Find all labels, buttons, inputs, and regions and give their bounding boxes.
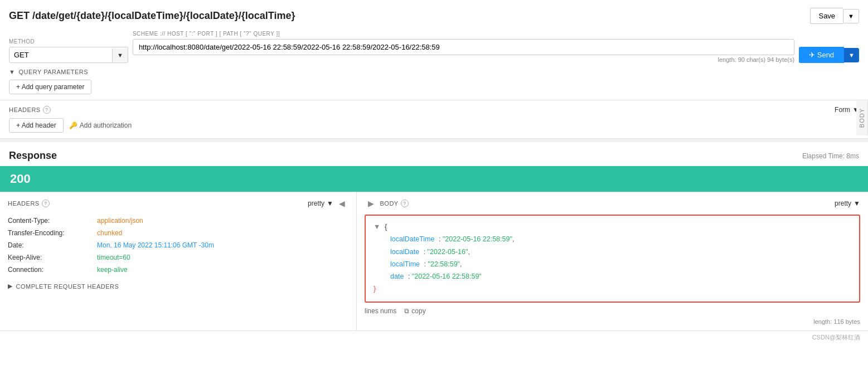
copy-button[interactable]: ⧉ copy: [404, 307, 425, 315]
pretty-arrow: ▼: [327, 200, 333, 207]
body-pretty-label: pretty: [835, 200, 851, 207]
method-group: METHOD GET ▼: [9, 38, 128, 63]
resp-headers-table: Content-Type: application/json Transfer-…: [8, 215, 348, 276]
table-row: Connection: keep-alive: [8, 264, 348, 276]
header-val: application/json: [97, 217, 143, 225]
header-key: Date:: [8, 241, 97, 249]
table-row: Content-Type: application/json: [8, 215, 348, 227]
send-button[interactable]: ✈ Send: [799, 47, 844, 63]
json-val-localDateTime: "2022-05-16 22:58:59": [443, 235, 512, 243]
header-val: timeout=60: [97, 254, 130, 261]
bottom-bar: CSDN@梨林红酒: [0, 330, 868, 344]
collapse-arrow[interactable]: ◀: [336, 198, 348, 209]
status-bar: 200: [0, 166, 868, 192]
resp-body-title: ▶ BODY ?: [365, 198, 409, 209]
json-colon: :: [408, 273, 412, 280]
header-key: Transfer-Encoding:: [8, 229, 97, 237]
page-title: GET /date/get/{date}/{localDateTime}/{lo…: [9, 10, 295, 22]
header-key: Keep-Alive:: [8, 254, 97, 261]
query-params-section: ▼ QUERY PARAMETERS + Add query parameter: [9, 69, 859, 94]
body-expand-arrow[interactable]: ▶: [365, 198, 378, 209]
resp-headers-title: HEADERS ?: [8, 200, 50, 207]
add-query-param-button[interactable]: + Add query parameter: [9, 80, 91, 94]
response-body-area: HEADERS ? pretty ▼ ◀ Content-Type: appli…: [0, 192, 868, 330]
complete-req-label: COMPLETE REQUEST HEADERS: [16, 283, 119, 290]
resp-headers-info-icon[interactable]: ?: [42, 200, 50, 207]
json-key-localDate: localDate: [390, 248, 419, 256]
json-actions: lines nums ⧉ copy: [365, 307, 860, 315]
table-row: Keep-Alive: timeout=60: [8, 251, 348, 264]
json-colon: :: [424, 260, 428, 268]
json-key-localDateTime: localDateTime: [390, 235, 434, 243]
body-tab[interactable]: BODY: [856, 100, 868, 135]
key-icon: 🔑: [69, 121, 77, 129]
json-colon: :: [439, 235, 443, 243]
header-val: keep-alive: [97, 266, 128, 274]
json-close-brace: }: [374, 285, 376, 293]
url-input-group: SCHEME :// HOST [ ":" PORT ] [ PATH [ "?…: [133, 31, 794, 63]
save-button-group: Save ▼: [810, 8, 859, 24]
resp-body-label: BODY: [380, 200, 399, 207]
form-label: Form: [835, 106, 850, 114]
url-input[interactable]: http://localhost:8080/date/get/2022-05-1…: [133, 39, 794, 55]
response-section: Response Elapsed Time: 8ms: [0, 142, 868, 162]
json-body-container: ▼ { localDateTime : "2022-05-16 22:58:59…: [365, 215, 860, 303]
headers-title-row: HEADERS ?: [9, 106, 51, 114]
body-length-info: length: 116 bytes: [365, 318, 860, 325]
query-params-toggle[interactable]: ▼ QUERY PARAMETERS: [9, 69, 859, 75]
json-val-date: "2022-05-16 22:58:59": [412, 273, 482, 280]
body-pretty-select-wrap: pretty ▼: [835, 200, 860, 207]
copy-label: copy: [411, 307, 425, 315]
resp-headers-panel: HEADERS ? pretty ▼ ◀ Content-Type: appli…: [0, 192, 357, 330]
json-key-localTime: localTime: [390, 260, 420, 268]
json-val-localTime: "22:58:59": [428, 260, 460, 268]
form-select-wrap: Form ▼: [835, 106, 859, 114]
table-row: Transfer-Encoding: chunked: [8, 227, 348, 239]
table-row: Date: Mon, 16 May 2022 15:11:06 GMT -30m: [8, 239, 348, 251]
elapsed-time: Elapsed Time: 8ms: [802, 152, 859, 160]
body-pretty-arrow: ▼: [854, 200, 860, 207]
resp-body-info-icon[interactable]: ?: [401, 200, 409, 207]
resp-headers-label: HEADERS: [8, 200, 40, 207]
headers-label: HEADERS: [9, 106, 41, 113]
save-dropdown-arrow[interactable]: ▼: [843, 9, 859, 23]
send-dropdown-arrow[interactable]: ▼: [844, 48, 859, 62]
url-label: SCHEME :// HOST [ ":" PORT ] [ PATH [ "?…: [133, 31, 794, 37]
query-params-arrow: ▼: [9, 69, 15, 75]
send-button-group: ✈ Send ▼: [799, 47, 859, 63]
csdn-watermark: CSDN@梨林红酒: [812, 333, 860, 342]
json-collapse-arrow[interactable]: ▼: [374, 223, 380, 231]
add-header-button[interactable]: + Add header: [9, 118, 64, 133]
method-input[interactable]: GET: [9, 47, 112, 62]
pretty-label: pretty: [308, 200, 324, 207]
complete-req-arrow: ▶: [8, 283, 13, 290]
json-val-localDate: "2022-05-16": [428, 248, 468, 256]
json-colon: :: [424, 248, 428, 256]
header-key: Content-Type:: [8, 217, 97, 225]
header-val: chunked: [97, 229, 122, 237]
url-length: length: 90 char(s) 94 byte(s): [133, 56, 794, 63]
resp-body-panel: ▶ BODY ? pretty ▼ ▼ { localDateTime : "2…: [357, 192, 868, 330]
header-actions: + Add header 🔑 Add authorization: [9, 118, 859, 133]
lines-nums-button[interactable]: lines nums: [365, 307, 396, 315]
method-label: METHOD: [9, 38, 128, 45]
header-key: Connection:: [8, 266, 97, 274]
pretty-select-wrap: pretty ▼ ◀: [308, 198, 348, 209]
header-val: Mon, 16 May 2022 15:11:06 GMT -30m: [97, 241, 214, 249]
response-title: Response: [9, 150, 57, 162]
headers-info-icon[interactable]: ?: [43, 106, 51, 114]
headers-section: HEADERS ? Form ▼ + Add header 🔑 Add auth…: [0, 100, 868, 139]
status-code: 200: [10, 172, 31, 186]
json-key-date: date: [390, 273, 404, 280]
method-dropdown-arrow[interactable]: ▼: [112, 48, 128, 62]
add-authorization-button[interactable]: 🔑 Add authorization: [69, 121, 132, 129]
complete-req-headers-toggle[interactable]: ▶ COMPLETE REQUEST HEADERS: [8, 283, 348, 290]
copy-icon: ⧉: [404, 307, 409, 315]
save-button[interactable]: Save: [810, 8, 843, 24]
query-params-label: QUERY PARAMETERS: [18, 69, 88, 75]
json-open-brace: {: [385, 223, 387, 231]
add-auth-label: Add authorization: [80, 121, 132, 129]
